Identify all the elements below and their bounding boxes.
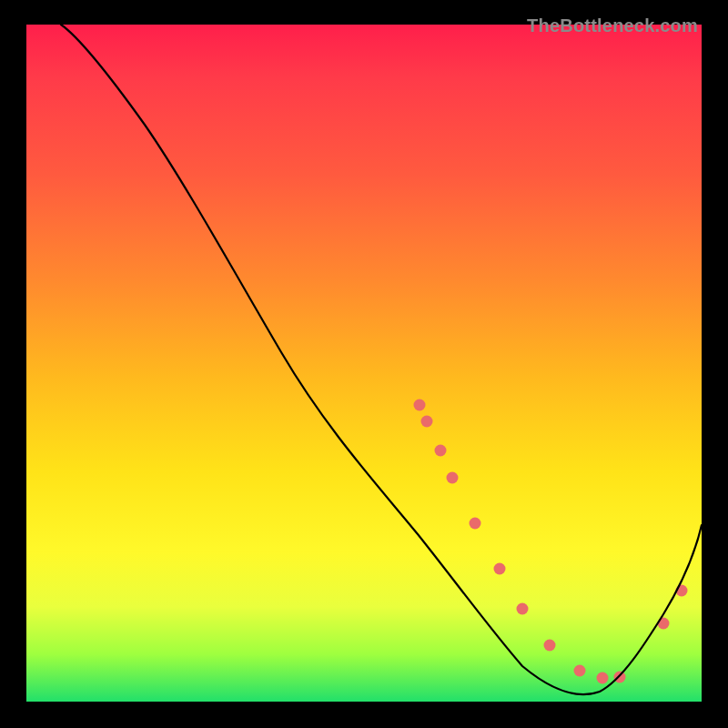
plot-area [26, 25, 702, 702]
dot [544, 640, 556, 652]
dot [447, 472, 459, 484]
dot [517, 603, 529, 615]
dot [574, 665, 586, 677]
dot [421, 416, 433, 428]
dot [597, 672, 609, 684]
bottleneck-curve [61, 25, 702, 694]
chart-svg [26, 25, 702, 702]
dot [414, 399, 426, 411]
outer-frame: TheBottleneck.com [14, 14, 714, 714]
watermark-text: TheBottleneck.com [527, 15, 698, 36]
highlight-segments [440, 450, 629, 675]
dot [470, 518, 481, 530]
dot [614, 672, 626, 683]
dot [435, 445, 447, 457]
dot [494, 563, 506, 575]
